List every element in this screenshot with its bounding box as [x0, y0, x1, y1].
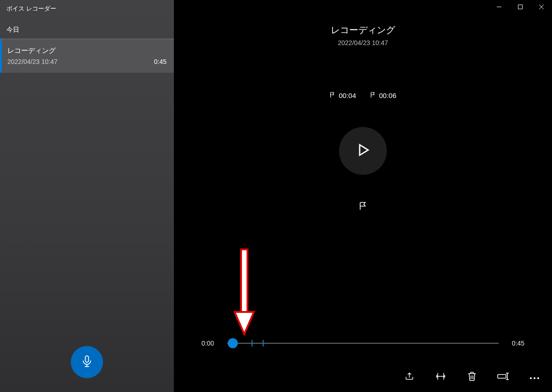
section-header-today: 今日 — [0, 17, 174, 39]
timeline-marker-tick[interactable] — [263, 340, 264, 346]
rename-button[interactable] — [497, 371, 510, 384]
recording-date: 2022/04/23 10:47 — [7, 58, 58, 65]
recording-list-item[interactable]: レコーディング 2022/04/23 10:47 0:45 — [0, 39, 174, 73]
maximize-button[interactable] — [510, 0, 531, 15]
recording-list: レコーディング 2022/04/23 10:47 0:45 — [0, 39, 174, 73]
app-title: ボイス レコーダー — [0, 0, 174, 17]
main-panel: レコーディング 2022/04/23 10:47 00:04 00:06 — [174, 0, 552, 392]
recording-duration: 0:45 — [154, 58, 167, 65]
marker-time: 00:04 — [339, 92, 356, 99]
mic-icon — [80, 355, 93, 369]
delete-icon — [467, 371, 477, 383]
sidebar: ボイス レコーダー 今日 レコーディング 2022/04/23 10:47 0:… — [0, 0, 174, 392]
svg-marker-7 — [360, 145, 368, 156]
recording-heading-subtitle: 2022/04/23 10:47 — [174, 39, 552, 46]
timeline-current-time: 0:00 — [201, 340, 220, 347]
svg-rect-15 — [498, 375, 506, 378]
add-marker-button[interactable] — [356, 200, 370, 214]
share-icon — [404, 371, 414, 383]
share-button[interactable] — [403, 371, 416, 384]
rename-icon — [497, 372, 509, 383]
close-button[interactable] — [531, 0, 552, 15]
bottom-toolbar — [403, 371, 541, 384]
more-button[interactable] — [528, 371, 541, 384]
selection-accent — [0, 39, 2, 73]
flag-icon — [370, 92, 376, 99]
minimize-icon — [496, 3, 502, 12]
timeline-thumb[interactable] — [228, 338, 238, 348]
maximize-icon — [518, 3, 523, 12]
close-icon — [539, 3, 544, 12]
recording-heading-title: レコーディング — [174, 24, 552, 36]
minimize-button[interactable] — [489, 0, 510, 15]
svg-point-20 — [534, 377, 535, 379]
recording-title: レコーディング — [7, 46, 167, 55]
marker-item[interactable]: 00:04 — [329, 92, 356, 99]
record-button[interactable] — [71, 346, 103, 378]
flag-icon — [329, 92, 336, 99]
annotation-arrow — [233, 248, 256, 336]
play-icon — [355, 142, 371, 160]
trim-icon — [435, 371, 446, 383]
more-icon — [529, 373, 540, 381]
timeline-marker-tick[interactable] — [252, 340, 253, 346]
marker-list: 00:04 00:06 — [174, 92, 552, 99]
trim-button[interactable] — [434, 371, 447, 384]
svg-rect-4 — [518, 5, 523, 9]
svg-point-19 — [530, 377, 531, 379]
marker-time: 00:06 — [379, 92, 397, 99]
timeline-track[interactable] — [227, 343, 499, 344]
timeline-total-time: 0:45 — [506, 340, 524, 347]
flag-icon — [358, 202, 368, 213]
delete-button[interactable] — [466, 371, 478, 384]
svg-marker-9 — [235, 312, 254, 334]
window-controls — [489, 0, 552, 15]
svg-point-21 — [537, 377, 539, 379]
svg-rect-0 — [86, 356, 89, 362]
timeline: 0:00 0:45 — [201, 340, 524, 347]
marker-item[interactable]: 00:06 — [370, 92, 397, 99]
play-button[interactable] — [339, 127, 387, 175]
svg-rect-8 — [241, 249, 247, 314]
recording-heading: レコーディング 2022/04/23 10:47 — [174, 24, 552, 46]
